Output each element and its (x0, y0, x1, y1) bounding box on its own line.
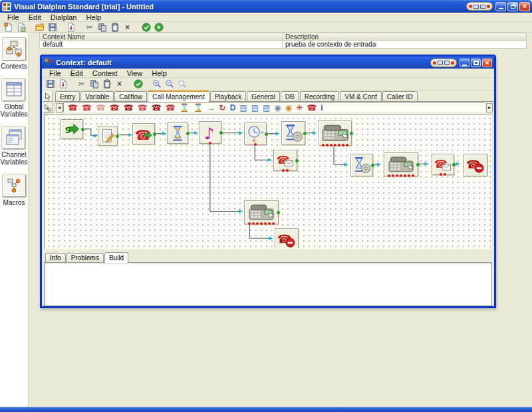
pointer-tool[interactable] (43, 91, 53, 102)
ring-icon[interactable]: ☎ (138, 104, 148, 112)
node-hangup-2[interactable]: ☎ (275, 228, 299, 249)
output-port[interactable] (416, 163, 420, 166)
save-button[interactable] (47, 22, 58, 32)
node-start[interactable]: S (61, 119, 83, 139)
window-gadget[interactable] (466, 2, 493, 11)
retry-icon[interactable]: ↻ (219, 104, 226, 112)
sidebar-item-macros[interactable]: Macros (3, 174, 26, 206)
tab-db[interactable]: DB (281, 91, 299, 101)
window-gadget[interactable] (430, 59, 457, 67)
goto-icon[interactable]: → (207, 104, 215, 112)
branch-ports[interactable] (200, 142, 221, 144)
selector-tool[interactable] (43, 103, 53, 113)
output-port[interactable] (265, 132, 268, 136)
delete-button[interactable]: × (122, 22, 133, 32)
node-voicemail-1[interactable]: ☎ (273, 150, 297, 171)
context-menu-help[interactable]: Help (147, 69, 172, 78)
close-button[interactable]: × (519, 2, 530, 11)
app-menu-dialplan[interactable]: Dialplan (46, 13, 82, 22)
save-button[interactable] (45, 79, 56, 89)
node-wait-music-2[interactable] (350, 154, 373, 176)
node-wait[interactable] (167, 122, 188, 144)
output-port[interactable] (116, 134, 119, 138)
phone-down-icon[interactable]: ☎ (152, 104, 162, 112)
column-header-context-name[interactable]: Context Name (40, 33, 283, 40)
output-port[interactable] (303, 132, 307, 135)
cut-button[interactable]: ✂ (76, 79, 87, 89)
branch-ports[interactable] (384, 174, 418, 177)
sidebar-item-global variables[interactable]: GlobalVariables (1, 79, 28, 118)
app-menu-help[interactable]: Help (81, 13, 106, 22)
web-service-icon[interactable]: ◉ (285, 104, 292, 112)
delete-button[interactable]: × (114, 79, 125, 89)
wait-exten-icon[interactable]: ⌛ (194, 104, 203, 112)
close-button[interactable]: × (482, 59, 492, 67)
node-dial-2[interactable] (384, 152, 418, 176)
paste-button[interactable] (101, 79, 112, 89)
copy-button[interactable] (88, 79, 100, 89)
export-button[interactable] (65, 22, 76, 32)
db-icon[interactable]: D (230, 104, 236, 112)
context-menu-context[interactable]: Context (88, 69, 122, 78)
output-port[interactable] (371, 164, 374, 167)
palette-scroll-right[interactable]: ► (486, 103, 493, 112)
validate-button[interactable] (132, 79, 144, 89)
branch-ports[interactable] (274, 169, 297, 172)
output-port[interactable] (277, 211, 280, 214)
open-button[interactable] (34, 22, 45, 32)
branch-ports[interactable] (245, 222, 278, 225)
column-header-description[interactable]: Description (283, 33, 526, 40)
tab-callflow[interactable]: Callflow (114, 91, 147, 101)
output-port[interactable] (186, 132, 190, 135)
wait-icon[interactable]: ⌛ (180, 104, 190, 112)
sidebar-item-channel variables[interactable]: ChannelVariables (1, 126, 28, 166)
branch-ports[interactable] (432, 173, 454, 176)
tab-build[interactable]: Build (104, 252, 128, 263)
web-icon[interactable]: ◉ (274, 104, 281, 112)
event-icon[interactable]: ✳ (296, 104, 303, 112)
output-port[interactable] (452, 163, 456, 166)
tab-call-management[interactable]: Call Management (148, 91, 209, 102)
tab-general[interactable]: General (247, 91, 280, 101)
branch-ports[interactable] (319, 144, 351, 146)
zoom-in-button[interactable] (151, 79, 162, 89)
tab-entry[interactable]: Entry (55, 91, 80, 101)
tab-variable[interactable]: Variable (80, 91, 114, 101)
tab-info[interactable]: Info (45, 253, 66, 262)
node-wait-music[interactable] (281, 121, 305, 145)
output-port[interactable] (219, 131, 223, 134)
export-button[interactable] (57, 79, 68, 89)
make-call-icon[interactable]: ☎ (110, 104, 120, 112)
node-hangup-1[interactable]: ☎ (464, 154, 487, 176)
output-port[interactable] (350, 132, 353, 135)
dialplan-canvas[interactable]: S☎♪☎☎☎☎ (44, 114, 492, 249)
minimize-button[interactable] (460, 59, 469, 67)
output-port[interactable] (295, 159, 299, 162)
output-port[interactable] (153, 132, 156, 136)
new-context-button[interactable] (15, 22, 27, 32)
tab-caller-id[interactable]: Caller ID (382, 91, 418, 101)
tab-playback[interactable]: Playback (210, 91, 247, 101)
zoom-out-button[interactable] (164, 79, 175, 89)
minimize-button[interactable] (495, 2, 506, 11)
context-menu-view[interactable]: View (122, 69, 148, 78)
node-set-variable[interactable] (98, 126, 118, 146)
doc-write-icon[interactable]: ▤ (251, 104, 259, 112)
answer-call-icon[interactable]: ☎ (68, 104, 78, 112)
table-row[interactable]: default prueba de contexto de entrada (40, 41, 526, 48)
tab-vm-conf[interactable]: VM & Conf (340, 91, 381, 101)
paste-button[interactable] (109, 22, 120, 32)
branch-ports[interactable] (245, 143, 266, 146)
tab-problems[interactable]: Problems (66, 253, 104, 262)
sidebar-item-contexts[interactable]: Contexts (1, 38, 27, 70)
restore-button[interactable] (507, 2, 518, 11)
node-time-check[interactable] (244, 122, 267, 145)
new-dialplan-button[interactable] (3, 22, 14, 32)
caller-info-icon[interactable]: i (321, 104, 323, 112)
doc-verify-icon[interactable]: ▤ (263, 104, 270, 112)
phone-icon[interactable]: ☎ (307, 104, 317, 112)
zoom-reset-button[interactable] (176, 79, 188, 89)
maximize-button[interactable] (471, 59, 481, 67)
call-idle-icon[interactable]: ☎ (96, 104, 106, 112)
build-button[interactable] (153, 22, 164, 32)
